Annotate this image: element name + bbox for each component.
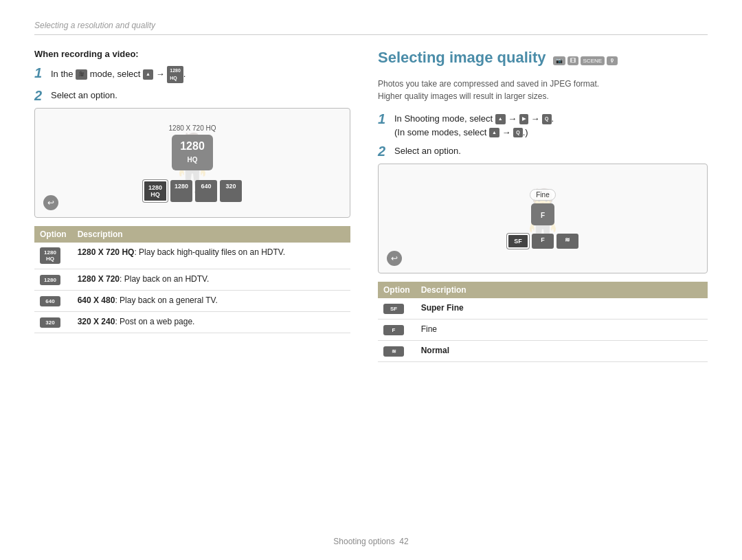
mic-icon: 🎙 bbox=[607, 56, 618, 65]
left-option-table: Option Description 1280HQ 1280 X 720 HQ:… bbox=[34, 226, 350, 333]
right-column: Selecting image quality 📷 🎞 SCENE 🎙 Phot… bbox=[378, 49, 708, 362]
option-icon-fine: F bbox=[383, 325, 404, 335]
right-option-table: Option Description SF Super Fine F Fine … bbox=[378, 282, 708, 362]
footer-page: 42 bbox=[399, 537, 408, 546]
table-row: 640 640 X 480: Play back on a general TV… bbox=[34, 291, 350, 312]
when-recording-label: When recording a video: bbox=[34, 49, 350, 59]
right-step1-text: In Shooting mode, select ▲ → ▶ → Q. (In … bbox=[394, 112, 554, 139]
table-cell-fine: Fine bbox=[416, 320, 708, 341]
table-row: 320 320 X 240: Post on a web page. bbox=[34, 312, 350, 333]
center-quality-icon: F bbox=[531, 203, 554, 225]
back-button-right[interactable]: ↩ bbox=[387, 251, 402, 266]
resolution-label: 1280 X 720 HQ bbox=[169, 124, 216, 132]
scene-icon: SCENE bbox=[581, 56, 605, 65]
icon-320[interactable]: 320 bbox=[220, 180, 242, 202]
step1-number: 1 bbox=[34, 66, 47, 80]
menu-icon: ▲ bbox=[143, 69, 153, 80]
center-resolution-icon: 1280HQ bbox=[172, 135, 213, 170]
table-row: 1280 1280 X 720: Play back on an HDTV. bbox=[34, 269, 350, 291]
icon-row: 1280HQ 1280 640 320 bbox=[143, 180, 242, 202]
right-step1: 1 In Shooting mode, select ▲ → ▶ → Q. (I… bbox=[378, 112, 708, 139]
res-icon: 1280HQ bbox=[167, 66, 183, 83]
camera-icon: 📷 bbox=[553, 56, 565, 65]
right-step2-num: 2 bbox=[378, 144, 390, 158]
arrow-right: ▶ bbox=[519, 114, 528, 124]
menu-arrow: ▲ bbox=[495, 114, 506, 124]
right-heading: Selecting image quality bbox=[378, 49, 546, 67]
icon-1280[interactable]: 1280 bbox=[170, 180, 192, 202]
quality-icon-row: SF F ≋ bbox=[507, 234, 578, 249]
option-icon-1280: 1280 bbox=[40, 275, 60, 285]
left-step2: 2 Select an option. bbox=[34, 89, 350, 102]
film-icon: 🎞 bbox=[567, 56, 578, 65]
page-container: Selecting a resolution and quality When … bbox=[0, 0, 742, 560]
heading-icons-row: 📷 🎞 SCENE 🎙 bbox=[553, 56, 618, 65]
right-col-option-header: Option bbox=[378, 282, 416, 298]
footer-text: Shooting options bbox=[333, 537, 394, 546]
right-step2: 2 Select an option. bbox=[378, 144, 708, 158]
option-icon-320: 320 bbox=[40, 317, 60, 328]
footer: Shooting options 42 bbox=[0, 537, 742, 546]
quality-icon2: Q bbox=[513, 128, 522, 138]
video-camera-box: 🧍 1280 X 720 HQ 1280HQ 1280HQ 1280 640 3… bbox=[34, 108, 350, 218]
step2-number: 2 bbox=[34, 89, 47, 102]
table-row: ≋ Normal bbox=[378, 341, 708, 362]
icon-1280hq[interactable]: 1280HQ bbox=[143, 180, 168, 202]
quality-camera-box: 🧍 Fine F SF F ≋ ↩ bbox=[378, 164, 708, 273]
table-cell-desc: 1280 X 720: Play back on an HDTV. bbox=[72, 269, 350, 291]
table-row: SF Super Fine bbox=[378, 298, 708, 320]
step1-text: In the 🎥 mode, select ▲ → 1280HQ. bbox=[51, 66, 186, 83]
two-column-layout: When recording a video: 1 In the 🎥 mode,… bbox=[34, 49, 708, 362]
menu-arrow2: ▲ bbox=[489, 128, 499, 138]
intro-line2: Higher quality images will result in lar… bbox=[378, 91, 549, 101]
table-cell-normal: Normal bbox=[416, 341, 708, 362]
option-icon-640: 640 bbox=[40, 296, 60, 306]
video-mode-icon: 🎥 bbox=[76, 69, 87, 80]
quality-icon: Q bbox=[542, 114, 551, 124]
option-icon-normal: ≋ bbox=[383, 346, 404, 357]
breadcrumb: Selecting a resolution and quality bbox=[34, 21, 708, 35]
right-heading-row: Selecting image quality 📷 🎞 SCENE 🎙 bbox=[378, 49, 708, 72]
back-button[interactable]: ↩ bbox=[43, 195, 58, 210]
option-icon-1280hq: 1280HQ bbox=[40, 247, 60, 264]
option-icon-sf: SF bbox=[383, 304, 404, 314]
table-row: 1280HQ 1280 X 720 HQ: Play back high-qua… bbox=[34, 243, 350, 269]
intro-text: Photos you take are compressed and saved… bbox=[378, 78, 708, 102]
intro-line1: Photos you take are compressed and saved… bbox=[378, 79, 599, 89]
table-cell-superfine: Super Fine bbox=[416, 298, 708, 320]
icon-sf[interactable]: SF bbox=[507, 234, 529, 249]
fine-label: Fine bbox=[530, 189, 555, 201]
table-row: F Fine bbox=[378, 320, 708, 341]
right-step1-num: 1 bbox=[378, 112, 390, 126]
col-desc-header: Description bbox=[72, 226, 350, 243]
left-step1: 1 In the 🎥 mode, select ▲ → 1280HQ. bbox=[34, 66, 350, 83]
table-cell-desc: 1280 X 720 HQ: Play back high-quality fi… bbox=[72, 243, 350, 269]
icon-n[interactable]: ≋ bbox=[556, 234, 578, 249]
table-cell-desc: 640 X 480: Play back on a general TV. bbox=[72, 291, 350, 312]
icon-f[interactable]: F bbox=[532, 234, 554, 249]
icon-640[interactable]: 640 bbox=[195, 180, 217, 202]
table-cell-desc: 320 X 240: Post on a web page. bbox=[72, 312, 350, 333]
col-option-header: Option bbox=[34, 226, 72, 243]
left-column: When recording a video: 1 In the 🎥 mode,… bbox=[34, 49, 350, 362]
right-col-desc-header: Description bbox=[416, 282, 708, 298]
